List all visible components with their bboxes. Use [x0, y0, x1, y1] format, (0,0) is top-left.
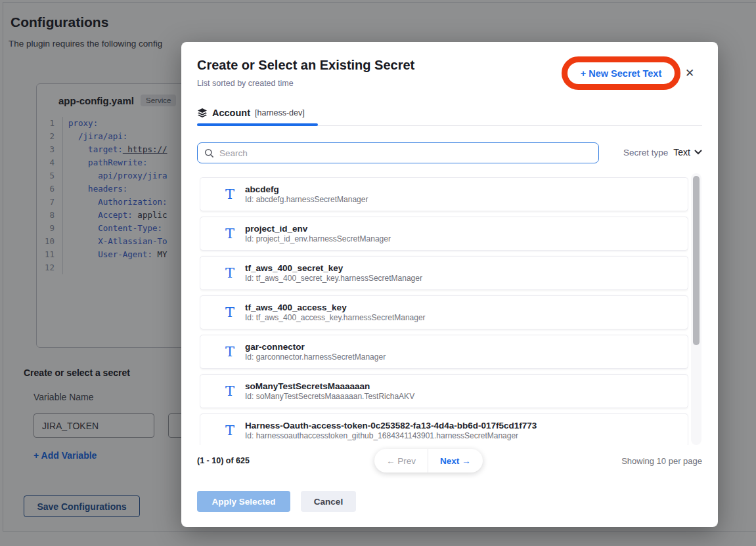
secret-name: abcdefg [245, 184, 368, 195]
apply-selected-button[interactable]: Apply Selected [197, 491, 290, 512]
text-secret-icon: T [225, 344, 245, 360]
tab-active-indicator [197, 123, 318, 126]
pagination-range: (1 - 10) of 625 [197, 456, 250, 465]
secret-list-item[interactable]: T gar-connector Id: garconnector.harness… [200, 335, 688, 369]
secret-id: Id: abcdefg.harnessSecretManager [245, 195, 368, 205]
secret-type-select[interactable]: Text [673, 147, 702, 158]
secret-id: Id: harnessoauthaccesstoken_github_16843… [245, 431, 537, 441]
secret-type-filter: Secret type Text [623, 147, 702, 158]
new-secret-text-button[interactable]: + New Secret Text [581, 68, 661, 79]
tab-account-label: Account [212, 108, 250, 118]
secret-name: tf_aws_400_secret_key [245, 262, 422, 274]
text-secret-icon: T [225, 383, 245, 399]
text-secret-icon: T [225, 423, 245, 438]
secret-list: T abcdefg Id: abcdefg.harnessSecretManag… [200, 177, 688, 445]
search-box [197, 142, 599, 163]
secret-name: gar-connector [245, 341, 386, 352]
secret-id: Id: tf_aws_400_access_key.harnessSecretM… [245, 313, 426, 323]
annotation-highlight-ring: + New Secret Text [562, 56, 680, 90]
chevron-down-icon [694, 150, 702, 155]
close-icon[interactable]: ✕ [685, 66, 694, 80]
secret-id: Id: project_id_env.harnessSecretManager [245, 234, 391, 244]
secret-list-item[interactable]: T soManyTestSecretsMaaaaaan Id: soManyTe… [200, 374, 688, 408]
search-icon [204, 148, 214, 158]
list-scrollbar-thumb[interactable] [693, 176, 700, 345]
secret-list-item[interactable]: T project_id_env Id: project_id_env.harn… [200, 217, 688, 251]
prev-page-button[interactable]: ← Prev [374, 449, 428, 472]
secret-type-label: Secret type [623, 148, 668, 158]
cancel-button[interactable]: Cancel [301, 491, 356, 512]
select-secret-modal: Create or Select an Existing Secret List… [181, 42, 718, 527]
secret-name: Harness-Oauth-access-token-0c253582-fa13… [245, 420, 537, 431]
text-secret-icon: T [225, 226, 245, 242]
secret-list-item[interactable]: T tf_aws_400_access_key Id: tf_aws_400_a… [200, 295, 688, 329]
modal-title: Create or Select an Existing Secret [197, 58, 414, 73]
next-page-button[interactable]: Next → [428, 449, 483, 472]
text-secret-icon: T [225, 304, 245, 320]
secret-list-item[interactable]: T Harness-Oauth-access-token-0c253582-fa… [200, 413, 688, 445]
tab-account[interactable]: Account [harness-dev] [197, 108, 305, 118]
secret-name: soManyTestSecretsMaaaaaan [245, 381, 414, 392]
layers-icon [197, 108, 208, 118]
search-input[interactable] [219, 148, 592, 158]
screen: Configurations The plugin requires the f… [0, 0, 756, 546]
secret-id: Id: tf_aws_400_secret_key.harnessSecretM… [245, 274, 422, 284]
secret-id: Id: garconnector.harnessSecretManager [245, 352, 386, 362]
secret-name: tf_aws_400_access_key [245, 302, 426, 313]
secret-id: Id: soManyTestSecretsMaaaaaan.TestRichaA… [245, 392, 414, 402]
secret-list-item[interactable]: T tf_aws_400_secret_key Id: tf_aws_400_s… [200, 256, 688, 290]
tab-account-scope: [harness-dev] [255, 108, 305, 117]
text-secret-icon: T [225, 265, 245, 281]
per-page-label: Showing 10 per page [621, 456, 702, 466]
secret-name: project_id_env [245, 223, 391, 234]
text-secret-icon: T [225, 186, 245, 202]
modal-subtitle: List sorted by created time [197, 79, 294, 88]
pagination-controls: ← Prev Next → [374, 449, 483, 472]
secret-type-value: Text [673, 147, 690, 158]
secret-list-item[interactable]: T abcdefg Id: abcdefg.harnessSecretManag… [200, 177, 688, 211]
